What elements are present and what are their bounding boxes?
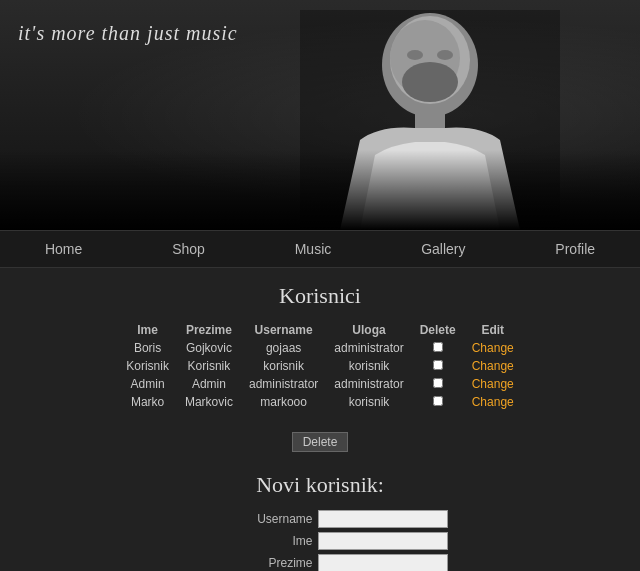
novi-korisnik-section: Novi korisnik: Username Ime Prezime E-ma…: [20, 472, 620, 571]
col-uloga: Uloga: [326, 321, 411, 339]
table-row: Admin Admin administrator administrator …: [118, 375, 522, 393]
change-link[interactable]: Change: [472, 341, 514, 355]
svg-point-5: [407, 50, 423, 60]
ime-row: Ime: [20, 532, 620, 550]
cell-edit[interactable]: Change: [464, 357, 522, 375]
table-row: Boris Gojkovic gojaas administrator Chan…: [118, 339, 522, 357]
delete-checkbox[interactable]: [433, 360, 443, 370]
svg-point-6: [437, 50, 453, 60]
col-prezime: Prezime: [177, 321, 241, 339]
nav-item-shop[interactable]: Shop: [152, 233, 225, 265]
delete-checkbox[interactable]: [433, 342, 443, 352]
cell-username: administrator: [241, 375, 326, 393]
prezime-input[interactable]: [318, 554, 448, 571]
nav-item-home[interactable]: Home: [25, 233, 102, 265]
cell-prezime: Markovic: [177, 393, 241, 411]
cell-uloga: korisnik: [326, 357, 411, 375]
cell-prezime: Gojkovic: [177, 339, 241, 357]
prezime-label: Prezime: [193, 556, 313, 570]
korisnici-section: Korisnici Ime Prezime Username Uloga Del…: [20, 283, 620, 452]
cell-ime: Boris: [118, 339, 177, 357]
col-username: Username: [241, 321, 326, 339]
nav-item-gallery[interactable]: Gallery: [401, 233, 485, 265]
main-content: Korisnici Ime Prezime Username Uloga Del…: [0, 268, 640, 571]
cell-username: korisnik: [241, 357, 326, 375]
cell-uloga: administrator: [326, 375, 411, 393]
ime-input[interactable]: [318, 532, 448, 550]
novi-korisnik-heading: Novi korisnik:: [20, 472, 620, 498]
table-row: Marko Markovic markooo korisnik Change: [118, 393, 522, 411]
svg-point-7: [402, 62, 458, 102]
delete-checkbox[interactable]: [433, 378, 443, 388]
cell-ime: Admin: [118, 375, 177, 393]
hero-section: it's more than just music: [0, 0, 640, 230]
cell-edit[interactable]: Change: [464, 339, 522, 357]
table-row: Korisnik Korisnik korisnik korisnik Chan…: [118, 357, 522, 375]
navigation-bar: Home Shop Music Gallery Profile: [0, 230, 640, 268]
prezime-row: Prezime: [20, 554, 620, 571]
delete-checkbox[interactable]: [433, 396, 443, 406]
cell-delete-check[interactable]: [412, 375, 464, 393]
cell-username: markooo: [241, 393, 326, 411]
col-edit: Edit: [464, 321, 522, 339]
cell-delete-check[interactable]: [412, 357, 464, 375]
nav-item-profile[interactable]: Profile: [535, 233, 615, 265]
change-link[interactable]: Change: [472, 377, 514, 391]
cell-delete-check[interactable]: [412, 393, 464, 411]
col-ime: Ime: [118, 321, 177, 339]
username-input[interactable]: [318, 510, 448, 528]
nav-item-music[interactable]: Music: [275, 233, 352, 265]
cell-uloga: korisnik: [326, 393, 411, 411]
cell-ime: Marko: [118, 393, 177, 411]
cell-edit[interactable]: Change: [464, 393, 522, 411]
delete-button[interactable]: Delete: [292, 432, 349, 452]
cell-prezime: Admin: [177, 375, 241, 393]
korisnici-heading: Korisnici: [20, 283, 620, 309]
cell-uloga: administrator: [326, 339, 411, 357]
cell-prezime: Korisnik: [177, 357, 241, 375]
hero-title: it's more than just music: [18, 22, 238, 45]
users-table: Ime Prezime Username Uloga Delete Edit B…: [118, 321, 522, 411]
cell-ime: Korisnik: [118, 357, 177, 375]
crowd-silhouette: [0, 150, 640, 230]
users-table-body: Boris Gojkovic gojaas administrator Chan…: [118, 339, 522, 411]
username-label: Username: [193, 512, 313, 526]
change-link[interactable]: Change: [472, 395, 514, 409]
ime-label: Ime: [193, 534, 313, 548]
change-link[interactable]: Change: [472, 359, 514, 373]
svg-rect-2: [415, 108, 445, 128]
username-row: Username: [20, 510, 620, 528]
cell-edit[interactable]: Change: [464, 375, 522, 393]
cell-delete-check[interactable]: [412, 339, 464, 357]
col-delete: Delete: [412, 321, 464, 339]
cell-username: gojaas: [241, 339, 326, 357]
